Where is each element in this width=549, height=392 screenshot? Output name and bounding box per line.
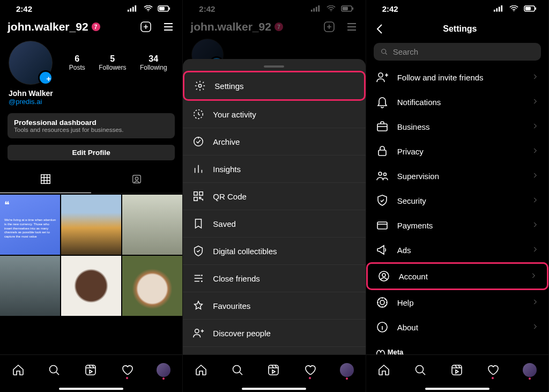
username-dropdown[interactable]: john.walker_92 7 [8,20,134,33]
status-time: 2:42 [199,4,215,13]
svg-rect-50 [377,222,387,229]
setting-row-ads[interactable]: Ads [366,238,548,262]
svg-point-49 [383,173,386,176]
account-icon [377,270,390,283]
stat-followers[interactable]: 5Followers [99,54,126,71]
svg-rect-2 [132,6,134,11]
post-thumb[interactable] [0,256,60,316]
nav-profile-avatar[interactable] [523,363,537,377]
menu-item-saved[interactable]: Saved [183,210,365,238]
chevron-right-icon [531,221,539,230]
nav-home-icon[interactable] [377,364,390,376]
svg-point-11 [136,177,139,180]
menu-item-digital-collectibles[interactable]: Digital collectibles [183,238,365,265]
svg-rect-7 [159,7,165,10]
screen-profile: 2:42 john.walker_92 7 + 6Posts 5Follower… [0,0,183,392]
display-name: John Walker [9,89,174,98]
post-thumb[interactable] [61,195,121,255]
collectibles-icon [192,245,204,257]
svg-rect-13 [86,365,95,375]
menu-item-your-activity[interactable]: Your activity [183,101,365,128]
stat-following[interactable]: 34Following [140,54,167,71]
setting-label: Business [397,122,430,131]
nav-home-icon[interactable] [195,364,207,376]
nav-search-icon[interactable] [414,364,427,376]
menu-item-label: Settings [214,82,243,91]
menu-item-favourites[interactable]: Favourites [183,292,365,320]
chevron-right-icon [531,98,539,107]
star-icon [192,299,204,312]
edit-profile-button[interactable]: Edit Profile [8,145,175,160]
nav-profile-avatar[interactable] [157,363,170,377]
nav-activity-icon[interactable] [303,364,316,376]
setting-row-supervision[interactable]: Supervision [366,164,548,188]
profile-avatar[interactable]: + [9,41,53,85]
stat-posts[interactable]: 6Posts [69,54,85,71]
create-icon[interactable] [139,20,152,33]
menu-item-discover-people[interactable]: Discover people [183,320,365,347]
svg-rect-36 [494,10,495,12]
setting-row-account[interactable]: Account [366,262,548,290]
profile-stats-row: + 6Posts 5Followers 34Following [0,39,182,89]
nav-home-icon[interactable] [12,364,25,376]
post-thumb[interactable] [122,195,182,255]
setting-row-notifications[interactable]: Notifications [366,90,548,114]
payments-icon [376,219,389,232]
setting-row-security[interactable]: Security [366,188,548,213]
nav-profile-avatar[interactable] [340,363,354,377]
menu-item-label: Archive [213,137,240,146]
ads-icon [376,243,389,256]
sheet-handle[interactable] [264,65,284,68]
post-thumb[interactable]: ❝We're living at a time when attention i… [0,195,60,255]
add-story-icon: + [46,74,51,83]
pro-dash-title: Professional dashboard [14,119,168,127]
saved-icon [192,217,204,230]
profile-header: john.walker_92 7 [0,17,182,39]
svg-point-44 [381,49,385,53]
post-thumb[interactable] [122,256,182,316]
nav-reels-icon[interactable] [84,364,97,376]
setting-row-privacy[interactable]: Privacy [366,139,548,164]
svg-rect-39 [501,5,502,12]
archive-icon [192,135,204,148]
menu-item-settings[interactable]: Settings [183,71,365,101]
svg-rect-14 [311,10,313,12]
wifi-icon [142,2,154,15]
bell-icon [376,95,389,108]
post-thumb[interactable] [61,256,121,316]
nav-reels-icon[interactable] [267,364,280,376]
notification-badge: 7 [92,23,100,31]
menu-item-insights[interactable]: Insights [183,156,365,183]
bottom-nav [0,354,182,392]
setting-row-follow-and-invite-friends[interactable]: Follow and invite friends [366,65,548,90]
menu-item-label: Digital collectibles [213,247,277,256]
svg-point-40 [514,10,515,11]
handle-link[interactable]: @predis.ai [9,98,174,106]
privacy-icon [376,145,389,158]
menu-item-label: Your activity [213,110,256,119]
svg-rect-3 [135,5,137,12]
pro-dashboard-card[interactable]: Professional dashboard Tools and resourc… [8,113,175,138]
chevron-right-icon [531,172,539,181]
setting-row-payments[interactable]: Payments [366,213,548,238]
svg-rect-16 [316,6,317,11]
menu-item-qr-code[interactable]: QR Code [183,183,365,210]
chevron-right-icon [531,196,539,205]
nav-reels-icon[interactable] [450,364,463,376]
nav-search-icon[interactable] [231,364,244,376]
setting-label: About [397,323,418,332]
svg-rect-0 [128,10,129,12]
supervision-icon [376,169,389,182]
setting-row-about[interactable]: About [366,315,548,339]
nav-activity-icon[interactable] [121,364,133,376]
menu-item-archive[interactable]: Archive [183,128,365,156]
nav-activity-icon[interactable] [486,364,499,376]
tab-grid[interactable] [0,168,91,193]
tab-tagged[interactable] [91,168,182,193]
menu-icon[interactable] [162,20,175,33]
settings-search[interactable]: Search [374,43,541,61]
menu-item-close-friends[interactable]: Close friends [183,265,365,292]
nav-search-icon[interactable] [48,364,61,376]
setting-row-help[interactable]: Help [366,290,548,315]
setting-row-business[interactable]: Business [366,114,548,139]
